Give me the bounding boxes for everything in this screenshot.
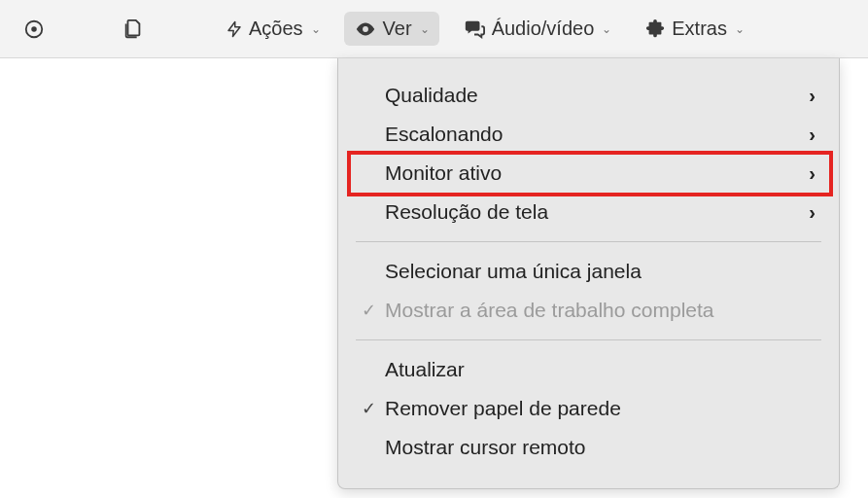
chevron-right-icon: ›: [809, 201, 816, 224]
eye-icon: [354, 18, 377, 40]
files-icon: [122, 18, 144, 40]
view-menu-button[interactable]: Ver ⌄: [344, 12, 439, 46]
checkmark-icon: ✓: [362, 398, 385, 419]
menu-label: Monitor ativo: [385, 161, 809, 185]
menu-label: Resolução de tela: [385, 200, 809, 224]
bolt-icon: [226, 18, 243, 40]
menu-item-active-monitor[interactable]: Monitor ativo ›: [338, 154, 839, 193]
svg-point-1: [31, 26, 37, 32]
menu-label: Escalonando: [385, 123, 809, 146]
toolbar: Ações ⌄ Ver ⌄ Áudio/vídeo ⌄ Extras: [0, 0, 868, 58]
view-label: Ver: [383, 18, 412, 40]
menu-label: Mostrar cursor remoto: [385, 436, 816, 459]
menu-separator: [356, 241, 821, 242]
chevron-down-icon: ⌄: [311, 22, 321, 36]
files-button[interactable]: [117, 13, 150, 46]
menu-item-remove-wallpaper[interactable]: ✓ Remover papel de parede: [338, 389, 839, 428]
menu-separator: [356, 339, 821, 340]
menu-item-resolution[interactable]: Resolução de tela ›: [338, 193, 839, 231]
actions-label: Ações: [249, 18, 303, 40]
menu-item-select-window[interactable]: Selecionar uma única janela: [338, 252, 839, 291]
av-label: Áudio/vídeo: [492, 18, 595, 40]
menu-label: Qualidade: [385, 84, 809, 107]
menu-item-quality[interactable]: Qualidade ›: [338, 76, 839, 115]
chevron-right-icon: ›: [809, 162, 816, 185]
actions-menu-button[interactable]: Ações ⌄: [216, 12, 330, 46]
menu-item-refresh[interactable]: Atualizar: [338, 350, 839, 389]
extras-menu-button[interactable]: Extras ⌄: [635, 12, 754, 46]
chevron-down-icon: ⌄: [602, 22, 611, 36]
chat-icon: [463, 18, 486, 40]
session-icon-button[interactable]: [17, 13, 51, 46]
menu-item-show-full-desktop: ✓ Mostrar a área de trabalho completa: [338, 291, 839, 330]
puzzle-icon: [644, 18, 666, 40]
session-icon: [23, 18, 45, 40]
menu-label: Atualizar: [385, 358, 816, 381]
checkmark-icon: ✓: [362, 300, 385, 321]
menu-label: Selecionar uma única janela: [385, 260, 816, 283]
view-dropdown-menu: Qualidade › Escalonando › Monitor ativo …: [337, 58, 840, 489]
menu-item-scaling[interactable]: Escalonando ›: [338, 115, 839, 154]
av-menu-button[interactable]: Áudio/vídeo ⌄: [453, 12, 622, 46]
chevron-right-icon: ›: [809, 85, 816, 107]
chevron-down-icon: ⌄: [735, 22, 745, 36]
menu-label: Mostrar a área de trabalho completa: [385, 299, 816, 322]
svg-point-2: [363, 26, 368, 32]
menu-label: Remover papel de parede: [385, 397, 816, 420]
chevron-down-icon: ⌄: [420, 22, 430, 36]
menu-item-show-remote-cursor[interactable]: Mostrar cursor remoto: [338, 428, 839, 467]
chevron-right-icon: ›: [809, 124, 816, 146]
extras-label: Extras: [672, 18, 727, 40]
